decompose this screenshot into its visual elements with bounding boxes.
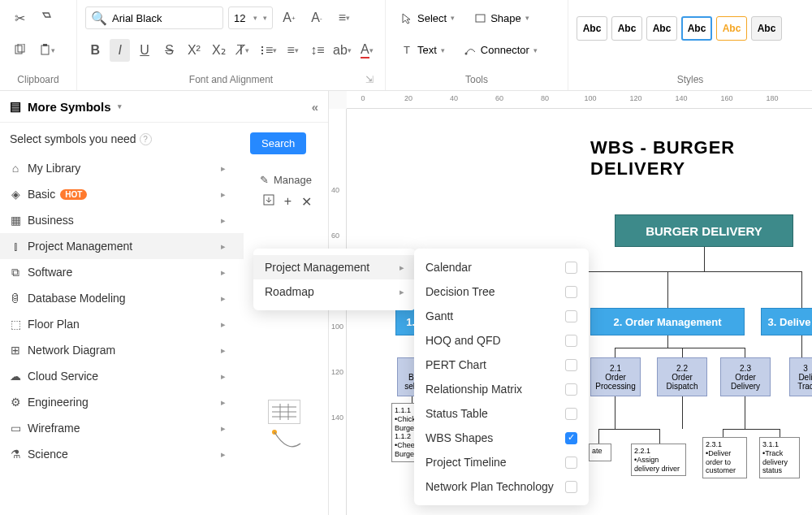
cut-icon[interactable]: ✂ — [8, 6, 31, 29]
wbs-lvl3-3[interactable]: 2.2.1 •Assign delivery driver — [631, 444, 686, 476]
checkbox[interactable] — [565, 359, 577, 371]
line-spacing-icon[interactable]: ↕≡ — [308, 39, 327, 62]
number-list-icon[interactable]: ≡▾ — [283, 39, 302, 62]
category-icon: ▭ — [8, 422, 23, 435]
shape-option-relationship-matrix[interactable]: Relationship Matrix — [414, 377, 589, 401]
checkbox[interactable] — [565, 408, 577, 420]
font-color-icon[interactable]: A▾ — [357, 39, 377, 62]
copy-icon[interactable] — [8, 39, 31, 62]
category-icon: ⚗ — [8, 448, 23, 461]
category-basic[interactable]: ◈BasicHOT▸ — [0, 181, 244, 207]
font-size-select[interactable]: 12▾ — [228, 6, 273, 29]
font-family-select[interactable]: 🔍 ▾ — [85, 6, 223, 29]
clear-format-icon[interactable]: T̸▾ — [234, 39, 253, 62]
submenu-roadmap[interactable]: Roadmap▸ — [253, 279, 416, 304]
add-icon[interactable]: + — [284, 194, 292, 210]
style-swatch-4[interactable]: Abc — [681, 16, 712, 41]
manage-button[interactable]: ✎Manage — [244, 169, 328, 191]
pm-submenu: Project Management▸Roadmap▸ — [253, 249, 416, 310]
svg-text:T: T — [404, 44, 410, 56]
wbs-lvl2-5[interactable]: 3Deli Trac — [789, 357, 812, 396]
wbs-lvl1-3[interactable]: 3. Delive — [761, 308, 812, 335]
checkbox[interactable] — [565, 481, 577, 493]
bullet-list-icon[interactable]: ⫶≡▾ — [258, 39, 278, 62]
shape-option-wbs-shapes[interactable]: WBS Shapes — [414, 426, 589, 450]
wbs-lvl3-5[interactable]: 3.1.1 •Track delivery status — [759, 437, 800, 478]
more-symbols-header[interactable]: ▤ More Symbols▾ « — [0, 91, 328, 123]
text-case-icon[interactable]: ab▾ — [332, 39, 352, 62]
shape-option-status-table[interactable]: Status Table — [414, 401, 589, 426]
close-icon[interactable]: ✕ — [301, 194, 312, 210]
checkbox[interactable] — [565, 286, 577, 298]
category-icon: ⚙ — [8, 396, 23, 409]
wbs-root[interactable]: BURGER DELIVERY — [615, 214, 793, 247]
wbs-lvl2-4[interactable]: 2.3Order Delivery — [720, 357, 771, 396]
shape-tool[interactable]: Shape▾ — [467, 6, 537, 29]
format-painter-icon[interactable] — [36, 6, 58, 29]
style-swatch-1[interactable]: Abc — [577, 16, 607, 41]
wbs-lvl2-3[interactable]: 2.2Order Dispatch — [657, 357, 707, 396]
underline-icon[interactable]: U — [135, 39, 154, 62]
collapse-sidebar-icon[interactable]: « — [312, 100, 318, 114]
shape-option-decision-tree[interactable]: Decision Tree — [414, 279, 589, 304]
category-wireframe[interactable]: ▭Wireframe▸ — [0, 415, 244, 441]
shape-option-project-timeline[interactable]: Project Timeline — [414, 450, 589, 474]
style-swatch-3[interactable]: Abc — [646, 16, 677, 41]
search-button[interactable]: Search — [250, 132, 306, 154]
category-cloud-service[interactable]: ☁Cloud Service▸ — [0, 363, 244, 389]
bold-icon[interactable]: B — [85, 39, 105, 62]
shape-option-calendar[interactable]: Calendar — [414, 255, 589, 279]
wbs-lvl1-2[interactable]: 2. Order Management — [590, 308, 745, 335]
connector-tool[interactable]: Connector▾ — [457, 39, 545, 62]
dialog-launcher-icon[interactable]: ⇲ — [365, 74, 374, 85]
checkbox[interactable] — [565, 432, 577, 444]
style-swatch-2[interactable]: Abc — [611, 16, 642, 41]
submenu-project-management[interactable]: Project Management▸ — [253, 255, 416, 279]
shape-option-pert-chart[interactable]: PERT Chart — [414, 353, 589, 377]
checkbox[interactable] — [565, 310, 577, 322]
align-icon[interactable]: ≡▾ — [333, 6, 356, 29]
svg-point-6 — [464, 53, 467, 55]
decrease-font-icon[interactable]: A- — [305, 6, 328, 29]
category-icon: 🛢 — [8, 292, 23, 305]
category-icon: ⊞ — [8, 344, 23, 357]
category-engineering[interactable]: ⚙Engineering▸ — [0, 389, 244, 415]
category-business[interactable]: ▦Business▸ — [0, 207, 244, 233]
category-software[interactable]: ⧉Software▸ — [0, 259, 244, 285]
svg-rect-4 — [476, 15, 485, 22]
paste-icon[interactable]: ▾ — [36, 39, 58, 62]
checkbox[interactable] — [565, 262, 577, 274]
category-project-management[interactable]: ⫿Project Management▸ — [0, 233, 244, 259]
style-swatch-6[interactable]: Abc — [751, 16, 782, 41]
help-icon[interactable]: ? — [140, 133, 152, 145]
clipboard-group: ✂ ▾ Clipboard — [0, 0, 77, 90]
italic-icon[interactable]: I — [110, 39, 129, 62]
wbs-lvl2-2[interactable]: 2.1Order Processing — [590, 357, 641, 396]
category-floor-plan[interactable]: ⬚Floor Plan▸ — [0, 311, 244, 337]
shape-option-hoq-and-qfd[interactable]: HOQ and QFD — [414, 328, 589, 353]
tools-group: Select▾ Shape▾ TText▾ Connector▾ Tools — [386, 0, 568, 90]
checkbox[interactable] — [565, 335, 577, 347]
category-icon: ⧉ — [8, 266, 23, 279]
select-tool[interactable]: Select▾ — [394, 6, 462, 29]
checkbox[interactable] — [565, 457, 577, 469]
strikethrough-icon[interactable]: S — [159, 39, 179, 62]
style-swatch-5[interactable]: Abc — [716, 16, 747, 41]
wbs-lvl3-2[interactable]: ate — [589, 444, 611, 461]
shape-thumb-curve[interactable] — [271, 429, 302, 453]
shape-thumb-table[interactable] — [268, 400, 300, 424]
shape-option-network-plan-technology[interactable]: Network Plan Technology — [414, 474, 589, 499]
edit-icon: ✎ — [260, 174, 269, 186]
text-tool[interactable]: TText▾ — [394, 39, 452, 62]
category-network-diagram[interactable]: ⊞Network Diagram▸ — [0, 337, 244, 363]
subscript-icon[interactable]: X₂ — [209, 39, 228, 62]
import-icon[interactable] — [263, 194, 274, 210]
increase-font-icon[interactable]: A+ — [278, 6, 300, 29]
superscript-icon[interactable]: X² — [184, 39, 204, 62]
category-database-modeling[interactable]: 🛢Database Modeling▸ — [0, 285, 244, 311]
category-my-library[interactable]: ⌂My Library▸ — [0, 155, 244, 181]
checkbox[interactable] — [565, 383, 577, 396]
wbs-lvl3-4[interactable]: 2.3.1 •Deliver order to customer — [702, 437, 747, 478]
shape-option-gantt[interactable]: Gantt — [414, 304, 589, 328]
category-science[interactable]: ⚗Science▸ — [0, 441, 244, 467]
